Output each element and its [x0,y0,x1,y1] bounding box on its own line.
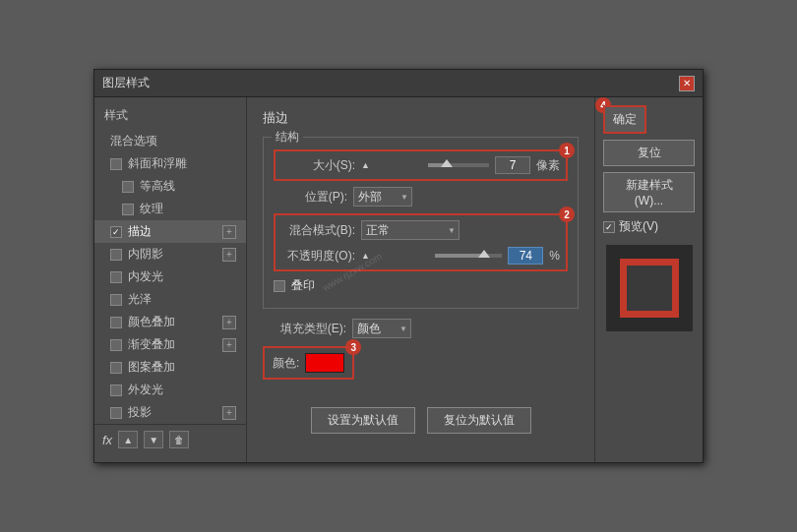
size-input[interactable] [495,156,530,174]
blend-mode-label: 混合模式(B): [281,222,355,239]
blend-options-label: 混合选项 [110,133,157,149]
blend-mode-dropdown-wrapper: 正常 溶解 正片叠底 [361,220,460,240]
sidebar-item-outer-glow[interactable]: 外发光 [94,379,246,401]
position-dropdown[interactable]: 外部 内部 居中 [353,187,412,207]
outer-glow-checkbox[interactable] [110,384,122,396]
main-section-title: 描边 [263,109,579,127]
stroke-checkbox[interactable] [110,226,122,238]
sidebar-item-satin[interactable]: 光泽 [94,288,246,311]
gradient-overlay-label: 渐变叠加 [128,336,175,353]
preview-row: 预览(V) [603,218,695,235]
opacity-input[interactable] [508,247,543,265]
color-overlay-checkbox[interactable] [110,317,122,328]
opacity-row: 不透明度(O): ▲ % [281,247,560,265]
dialog-body: 样式 混合选项 斜面和浮雕 等高线 纹理 描边 [94,97,703,462]
outer-glow-label: 外发光 [128,382,163,398]
stamp-row: 叠印 [274,277,568,294]
size-unit: 像素 [536,157,560,174]
fill-type-label: 填充类型(E): [263,321,346,337]
opacity-up-icon[interactable]: ▲ [361,251,370,261]
drop-shadow-add-btn[interactable]: + [222,406,236,420]
layer-style-dialog: 图层样式 ✕ 样式 混合选项 斜面和浮雕 等高线 纹理 [93,69,704,463]
color-label: 颜色: [273,355,299,372]
size-up-icon[interactable]: ▲ [361,160,370,170]
preview-checkbox[interactable] [603,221,615,233]
structure-group-title: 结构 [272,129,303,146]
stroke-add-btn[interactable]: + [222,225,236,239]
blend-mode-row: 混合模式(B): 正常 溶解 正片叠底 [281,220,560,240]
preview-label: 预览(V) [619,218,658,235]
confirm-btn[interactable]: 确定 [603,105,646,134]
contour-checkbox[interactable] [122,181,134,193]
color-overlay-label: 颜色叠加 [128,314,175,330]
size-slider[interactable] [428,163,489,167]
inner-glow-checkbox[interactable] [110,271,122,283]
sidebar-item-texture[interactable]: 纹理 [94,198,246,220]
sidebar-item-blend-options[interactable]: 混合选项 [94,130,246,152]
sidebar-item-contour[interactable]: 等高线 [94,175,246,198]
marker-1: 1 [559,143,575,158]
fill-type-dropdown[interactable]: 颜色 渐变 图案 [352,319,411,338]
bevel-emboss-checkbox[interactable] [110,158,122,170]
drop-shadow-label: 投影 [128,404,152,421]
size-row: 大小(S): ▲ 像素 [281,156,560,174]
sidebar-down-btn[interactable]: ▼ [144,431,163,448]
gradient-overlay-checkbox[interactable] [110,339,122,351]
fill-type-dropdown-wrapper: 颜色 渐变 图案 [352,319,411,338]
bottom-buttons: 设置为默认值 复位为默认值 [263,407,579,434]
texture-label: 纹理 [140,201,163,217]
sidebar-bottom: fx ▲ ▼ 🗑 [94,424,246,454]
bevel-emboss-label: 斜面和浮雕 [128,155,187,172]
texture-checkbox[interactable] [122,204,134,215]
reset-default-btn[interactable]: 复位为默认值 [427,407,531,434]
marker-3: 3 [345,339,361,355]
stamp-checkbox[interactable] [274,280,285,292]
satin-checkbox[interactable] [110,294,122,306]
color-swatch[interactable] [305,353,344,373]
new-style-btn[interactable]: 新建样式(W)... [603,172,695,212]
main-content: 描边 结构 1 大小(S): ▲ [247,97,594,462]
inner-glow-label: 内发光 [128,268,163,285]
preview-inner [620,259,679,318]
size-label: 大小(S): [281,157,355,174]
pattern-overlay-checkbox[interactable] [110,362,122,374]
sidebar-item-color-overlay[interactable]: 颜色叠加 + [94,311,246,333]
fill-type-row: 填充类型(E): 颜色 渐变 图案 [263,319,579,338]
title-bar: 图层样式 ✕ [94,70,703,97]
sidebar-item-pattern-overlay[interactable]: 图案叠加 [94,356,246,379]
sidebar-item-inner-glow[interactable]: 内发光 [94,266,246,288]
drop-shadow-checkbox[interactable] [110,407,122,419]
color-row: 颜色: [273,353,344,373]
sidebar: 样式 混合选项 斜面和浮雕 等高线 纹理 描边 [94,97,247,462]
sidebar-up-btn[interactable]: ▲ [118,431,138,448]
set-default-btn[interactable]: 设置为默认值 [311,407,415,434]
gradient-overlay-add-btn[interactable]: + [222,338,236,352]
color-overlay-add-btn[interactable]: + [222,316,236,329]
opacity-unit: % [549,249,560,263]
opacity-slider[interactable] [435,254,503,258]
sidebar-item-stroke[interactable]: 描边 + [94,220,246,243]
contour-label: 等高线 [140,178,175,195]
dialog-title: 图层样式 [102,75,150,91]
sidebar-delete-btn[interactable]: 🗑 [169,431,189,448]
sidebar-item-bevel-emboss[interactable]: 斜面和浮雕 [94,152,246,175]
sidebar-item-inner-shadow[interactable]: 内阴影 + [94,243,246,266]
blend-mode-dropdown[interactable]: 正常 溶解 正片叠底 [361,220,460,240]
inner-shadow-checkbox[interactable] [110,249,122,261]
position-row: 位置(P): 外部 内部 居中 [274,187,568,207]
fx-label: fx [102,433,112,447]
preview-area [606,245,693,331]
stroke-label: 描边 [128,223,152,240]
stamp-label: 叠印 [291,277,315,294]
position-label: 位置(P): [274,189,347,206]
reset-btn[interactable]: 复位 [603,140,695,166]
sidebar-item-gradient-overlay[interactable]: 渐变叠加 + [94,333,246,356]
sidebar-section-title: 样式 [94,105,246,126]
inner-shadow-add-btn[interactable]: + [222,248,236,262]
position-dropdown-wrapper: 外部 内部 居中 [353,187,412,207]
inner-shadow-label: 内阴影 [128,246,163,263]
sidebar-item-drop-shadow[interactable]: 投影 + [94,401,246,424]
close-button[interactable]: ✕ [679,76,695,91]
pattern-overlay-label: 图案叠加 [128,359,175,376]
satin-label: 光泽 [128,291,152,308]
